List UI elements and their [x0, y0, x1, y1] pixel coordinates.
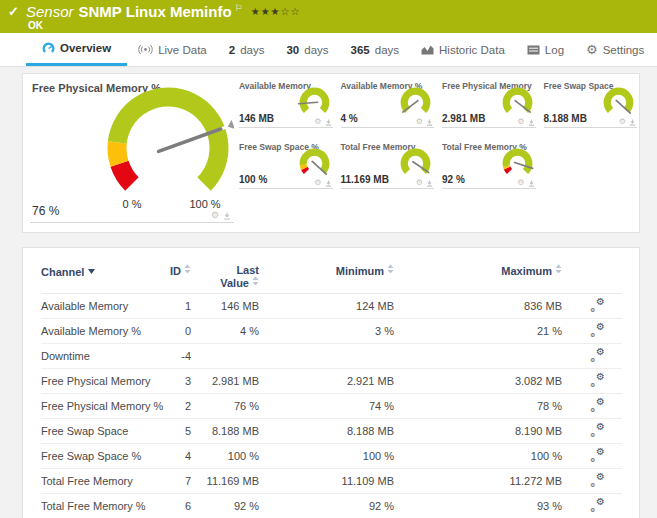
tab-overview[interactable]: Overview — [26, 33, 127, 66]
gauge-tile[interactable]: Free Physical Memory2.981 MB⚙ — [442, 80, 536, 128]
gear-icon[interactable]: ⚙ — [619, 118, 626, 126]
table-header: Channel ID LastValue Minimum Maximum — [41, 260, 622, 294]
channel-settings-icon[interactable]: ⚙⚙ — [590, 474, 605, 487]
tab-historic-data-label: Historic Data — [439, 44, 505, 56]
sort-icon — [252, 276, 259, 288]
gear-icon[interactable]: ⚙ — [416, 179, 423, 187]
gauge-tile[interactable]: Available Memory146 MB⚙ — [239, 80, 333, 128]
gauge-tile[interactable]: Total Free Memory11.169 MB⚙ — [341, 141, 435, 189]
channel-settings-icon[interactable]: ⚙⚙ — [590, 324, 605, 337]
tab-overview-label: Overview — [60, 42, 111, 54]
table-row: Free Swap Space %4100 %100 %100 %⚙⚙ — [41, 444, 622, 469]
tab-30-days[interactable]: 30 days — [275, 33, 339, 66]
download-icon[interactable] — [629, 119, 636, 126]
table-row: Available Memory1146 MB124 MB836 MB⚙⚙ — [41, 294, 622, 319]
channel-name: Total Free Memory — [41, 471, 163, 492]
tile-actions: ⚙ — [517, 118, 534, 126]
gauge-tile[interactable]: Free Swap Space8.188 MB⚙ — [544, 80, 638, 128]
channel-name: Available Memory % — [41, 321, 163, 342]
column-header-id[interactable]: ID — [163, 260, 191, 277]
channel-settings-icon[interactable]: ⚙⚙ — [590, 349, 605, 362]
channel-minimum: 100 % — [259, 446, 394, 467]
tab-30-days-unit: days — [304, 44, 328, 56]
channel-settings-icon[interactable]: ⚙⚙ — [590, 299, 605, 312]
download-icon[interactable] — [426, 180, 433, 187]
tab-log-label: Log — [545, 44, 564, 56]
download-icon[interactable] — [528, 119, 535, 126]
tab-365-days-number: 365 — [351, 44, 370, 56]
column-header-channel[interactable]: Channel — [41, 260, 163, 278]
gear-icon[interactable]: ⚙ — [517, 179, 524, 187]
gauge-value: 146 MB — [239, 113, 274, 124]
gauge-tile[interactable]: Total Free Memory %92 %⚙ — [442, 141, 536, 189]
channel-id: 5 — [163, 421, 191, 442]
channel-id: 4 — [163, 446, 191, 467]
tile-actions: ⚙ — [517, 179, 534, 187]
channel-maximum: 3.082 MB — [394, 371, 562, 392]
gauge-value: 100 % — [239, 174, 267, 185]
flag-icon[interactable]: ⚐ — [235, 3, 243, 13]
tab-log[interactable]: Log — [516, 33, 575, 66]
gear-icon[interactable]: ⚙ — [211, 211, 219, 220]
gauge-tile[interactable]: Free Swap Space %100 %⚙ — [239, 141, 333, 189]
table-row: Available Memory %04 %3 %21 %⚙⚙ — [41, 319, 622, 344]
tab-365-days[interactable]: 365 days — [340, 33, 410, 66]
channel-name: Free Physical Memory % — [41, 396, 163, 417]
page-title: SNMP Linux Meminfo — [79, 3, 232, 20]
channel-maximum: 100 % — [394, 446, 562, 467]
channel-settings-icon[interactable]: ⚙⚙ — [590, 449, 605, 462]
gauge-scale-max: 100 % — [185, 198, 225, 210]
tab-settings[interactable]: ⚙ Settings — [575, 33, 655, 66]
download-icon[interactable] — [426, 119, 433, 126]
table-row: Free Swap Space58.188 MB8.188 MB8.190 MB… — [41, 419, 622, 444]
tab-30-days-number: 30 — [286, 44, 299, 56]
channel-maximum: 93 % — [394, 496, 562, 517]
column-header-minimum[interactable]: Minimum — [259, 260, 394, 277]
gauge-value: 2.981 MB — [442, 113, 485, 124]
channel-name: Free Physical Memory — [41, 371, 163, 392]
column-header-maximum[interactable]: Maximum — [394, 260, 562, 277]
gauge — [397, 86, 434, 121]
channel-last-value: 11.169 MB — [191, 471, 259, 492]
channel-settings-icon[interactable]: ⚙⚙ — [590, 499, 605, 512]
channel-settings-icon[interactable]: ⚙⚙ — [590, 399, 605, 412]
download-icon[interactable] — [325, 180, 332, 187]
tab-2-days[interactable]: 2 days — [218, 33, 276, 66]
sort-icon — [184, 264, 191, 276]
gauge-icon — [42, 42, 55, 55]
gear-icon[interactable]: ⚙ — [314, 118, 321, 126]
download-icon[interactable] — [223, 212, 231, 220]
tab-live-data[interactable]: Live Data — [127, 33, 218, 66]
gear-icon[interactable]: ⚙ — [314, 179, 321, 187]
gear-icon: ⚙ — [586, 43, 598, 56]
tile-actions: ⚙ — [211, 211, 231, 220]
sensor-title-line: SensorSNMP Linux Meminfo⚐★★★☆☆ — [26, 3, 301, 20]
column-header-last-value[interactable]: LastValue — [191, 260, 259, 289]
gauge-value: 8.188 MB — [544, 113, 587, 124]
priority-stars[interactable]: ★★★☆☆ — [251, 6, 301, 17]
channel-settings-icon[interactable]: ⚙⚙ — [590, 424, 605, 437]
log-icon — [527, 45, 540, 55]
channel-minimum: 92 % — [259, 496, 394, 517]
main-gauge-value: 76 % — [32, 204, 59, 218]
tab-historic-data[interactable]: Historic Data — [410, 33, 516, 66]
small-gauges-grid: Available Memory146 MB⚙Available Memory … — [239, 80, 637, 189]
sort-icon — [387, 264, 394, 276]
sort-caret-icon — [88, 264, 95, 276]
tab-2-days-unit: days — [240, 44, 264, 56]
overview-gauges-card: Free Physical Memory % 0 % 100 % 76 % ⚙ … — [22, 73, 640, 233]
main-gauge-tile[interactable]: Free Physical Memory % 0 % 100 % 76 % ⚙ — [30, 80, 234, 223]
gauge-scale-min: 0 % — [116, 198, 148, 210]
gear-icon[interactable]: ⚙ — [517, 118, 524, 126]
gear-icon[interactable]: ⚙ — [416, 118, 423, 126]
channel-maximum — [394, 346, 562, 367]
table-row: Total Free Memory %692 %92 %93 %⚙⚙ — [41, 494, 622, 518]
gauge — [397, 147, 434, 182]
table-row: Free Physical Memory32.981 MB2.921 MB3.0… — [41, 369, 622, 394]
channel-last-value: 146 MB — [191, 296, 259, 317]
download-icon[interactable] — [528, 180, 535, 187]
gauge-tile[interactable]: Available Memory %4 %⚙ — [341, 80, 435, 128]
channels-table: Channel ID LastValue Minimum Maximum Ava… — [41, 260, 622, 518]
download-icon[interactable] — [325, 119, 332, 126]
channel-settings-icon[interactable]: ⚙⚙ — [590, 374, 605, 387]
